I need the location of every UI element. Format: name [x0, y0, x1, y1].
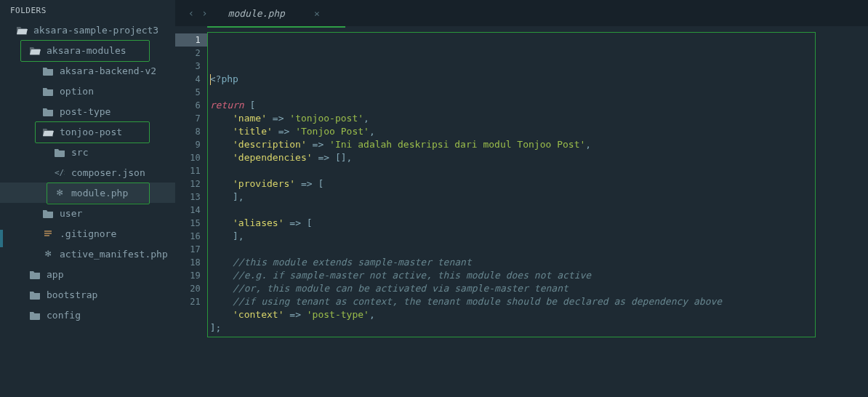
- code-line[interactable]: ],: [210, 230, 868, 243]
- tree-item-aksara-sample-project3[interactable]: aksara-sample-project3: [0, 20, 175, 40]
- code-line[interactable]: [210, 334, 868, 348]
- tree-item-src[interactable]: src: [0, 142, 175, 162]
- tree-item-aksara-modules[interactable]: aksara-modules: [0, 40, 175, 60]
- code-line[interactable]: 'dependencies' => [],: [210, 151, 868, 164]
- line-number[interactable]: 20: [175, 282, 207, 295]
- line-gutter[interactable]: 123456789101112131415161718192021: [175, 26, 207, 397]
- tree-item-tonjoo-post[interactable]: tonjoo-post: [0, 121, 175, 142]
- tree-item-bootstrap[interactable]: bootstrap: [0, 284, 175, 305]
- line-number[interactable]: 5: [175, 86, 207, 99]
- code-line[interactable]: 'title' => 'Tonjoo Post',: [210, 125, 868, 138]
- line-number[interactable]: 13: [175, 191, 207, 204]
- folder-icon: [29, 268, 41, 280]
- line-number[interactable]: 6: [175, 99, 207, 112]
- tree-item--gitignore[interactable]: .gitignore: [0, 223, 175, 244]
- tree-item-label: module.php: [71, 188, 128, 198]
- code-line[interactable]: <?php: [210, 73, 868, 86]
- line-number[interactable]: 12: [175, 177, 207, 191]
- code-line[interactable]: [210, 204, 868, 217]
- vertical-scrollbar[interactable]: [859, 32, 867, 381]
- line-number[interactable]: 21: [175, 295, 207, 308]
- folder-tree[interactable]: aksara-sample-project3aksara-modulesaksa…: [0, 20, 175, 397]
- tree-item-label: bootstrap: [47, 289, 97, 300]
- lines-icon: [42, 228, 54, 239]
- tree-item-label: config: [47, 310, 81, 321]
- code-line[interactable]: ];: [210, 321, 868, 334]
- sidebar: FOLDERS aksara-sample-project3aksara-mod…: [0, 0, 175, 397]
- code-line[interactable]: 'name' => 'tonjoo-post',: [210, 112, 868, 125]
- folders-header: FOLDERS: [0, 0, 175, 20]
- line-number[interactable]: 18: [175, 256, 207, 269]
- nav-back-icon[interactable]: ‹: [188, 7, 194, 19]
- folder-icon: [42, 65, 54, 76]
- tree-item-label: tonjoo-post: [60, 127, 122, 137]
- tree-item-active-manifest-php[interactable]: ✻active_manifest.php: [0, 244, 175, 264]
- folder-icon: [42, 85, 54, 97]
- line-number[interactable]: 16: [175, 230, 207, 243]
- tab-module-php[interactable]: module.php ×: [218, 0, 330, 26]
- folder-open-icon: [29, 44, 41, 56]
- code-line[interactable]: //this module extends sample-master tena…: [210, 256, 868, 269]
- svg-text:✻: ✻: [45, 249, 52, 259]
- tab-title: module.php: [228, 8, 285, 19]
- file-icon: ✻: [42, 248, 54, 260]
- line-number[interactable]: 2: [175, 47, 207, 60]
- tree-item-label: .gitignore: [60, 228, 116, 239]
- tree-item-app[interactable]: app: [0, 264, 175, 284]
- tree-item-module-php[interactable]: ✻module.php: [0, 183, 175, 203]
- tree-item-user[interactable]: user: [0, 203, 175, 223]
- line-number[interactable]: 11: [175, 164, 207, 177]
- code-line[interactable]: [210, 243, 868, 256]
- line-number[interactable]: 10: [175, 151, 207, 164]
- line-number[interactable]: 14: [175, 204, 207, 217]
- tree-item-label: user: [60, 208, 82, 219]
- line-number[interactable]: 4: [175, 73, 207, 86]
- code-line[interactable]: 'providers' => [: [210, 177, 868, 191]
- tree-item-label: app: [47, 269, 63, 280]
- tree-item-label: composer.json: [71, 167, 145, 178]
- line-number[interactable]: 7: [175, 112, 207, 125]
- tree-item-label: aksara-sample-project3: [33, 25, 158, 36]
- code-line[interactable]: ],: [210, 191, 868, 204]
- folder-open-icon: [42, 126, 54, 137]
- file-icon: ✻: [54, 187, 65, 198]
- line-number[interactable]: 9: [175, 138, 207, 151]
- mini-tab-indicator: [0, 230, 3, 247]
- code-line[interactable]: return [: [210, 99, 868, 112]
- tree-item-label: active_manifest.php: [60, 249, 168, 260]
- code-line[interactable]: //or, this module can be activated via s…: [210, 282, 868, 295]
- line-number[interactable]: 15: [175, 217, 207, 230]
- folder-icon: [42, 207, 54, 219]
- code-line[interactable]: 'aliases' => [: [210, 217, 868, 230]
- tree-item-aksara-backend-v2[interactable]: aksara-backend-v2: [0, 60, 175, 81]
- folder-icon: [29, 309, 41, 321]
- editor: 123456789101112131415161718192021 <?phpr…: [175, 26, 868, 397]
- tree-item-label: aksara-modules: [47, 45, 126, 56]
- close-icon[interactable]: ×: [314, 8, 320, 19]
- tabbar: ‹ › module.php ×: [175, 0, 868, 26]
- code-line[interactable]: [210, 86, 868, 99]
- tree-item-composer-json[interactable]: </>composer.json: [0, 162, 175, 183]
- folder-icon: [42, 105, 54, 117]
- nav-forward-icon[interactable]: ›: [201, 7, 207, 19]
- line-number[interactable]: 19: [175, 269, 207, 282]
- tree-item-option[interactable]: option: [0, 81, 175, 101]
- line-number[interactable]: 3: [175, 60, 207, 73]
- svg-text:</>: </>: [55, 168, 65, 177]
- code-line[interactable]: 'description' => 'Ini adalah deskripsi d…: [210, 138, 868, 151]
- folder-icon: [29, 289, 41, 300]
- svg-text:✻: ✻: [57, 188, 63, 198]
- tree-item-post-type[interactable]: post-type: [0, 101, 175, 121]
- code-area[interactable]: <?phpreturn [ 'name' => 'tonjoo-post', '…: [207, 26, 868, 397]
- line-number[interactable]: 1: [175, 33, 207, 47]
- code-line[interactable]: 'context' => 'post-type',: [210, 308, 868, 321]
- code-line[interactable]: //e.g. if sample-master not active, this…: [210, 269, 868, 282]
- code-icon: </>: [54, 167, 65, 178]
- tree-item-config[interactable]: config: [0, 305, 175, 325]
- line-number[interactable]: 17: [175, 243, 207, 256]
- line-number[interactable]: 8: [175, 125, 207, 138]
- code-line[interactable]: [210, 164, 868, 177]
- folder-open-icon: [16, 24, 28, 36]
- code-line[interactable]: //if using tenant as context, the tenant…: [210, 295, 868, 308]
- tree-item-label: src: [71, 147, 88, 158]
